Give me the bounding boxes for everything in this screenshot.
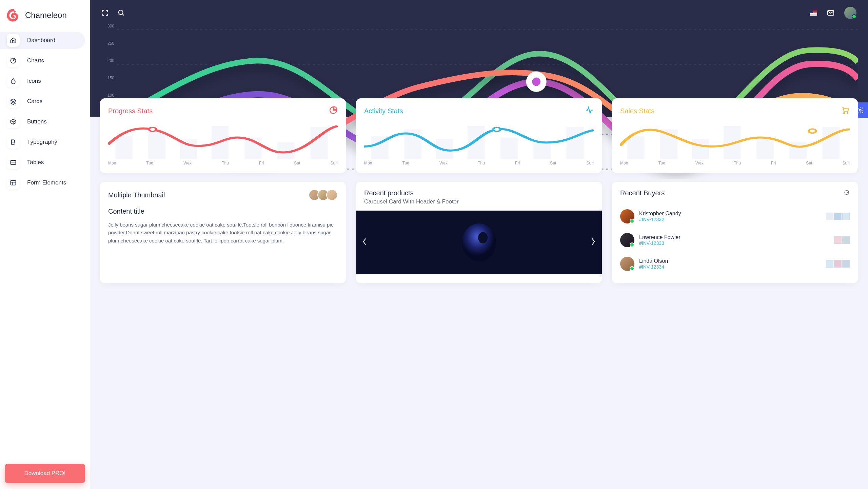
- card-title: Recent products: [364, 189, 594, 197]
- svg-rect-29: [500, 138, 518, 159]
- search-icon[interactable]: [118, 9, 125, 17]
- svg-point-34: [847, 113, 848, 114]
- y-tick: 300: [106, 24, 114, 28]
- day-label: Wex: [695, 161, 704, 165]
- fullscreen-icon[interactable]: [101, 9, 109, 17]
- cart-icon: [841, 106, 850, 116]
- buyer-invoice: #INV-12333: [639, 240, 680, 246]
- svg-line-8: [122, 14, 124, 16]
- download-pro-button[interactable]: Download PRO!: [5, 464, 85, 483]
- main: 300 250 200 150 100: [90, 0, 868, 489]
- mini-chart: [108, 122, 338, 159]
- svg-point-7: [119, 10, 123, 15]
- content-body: Jelly beans sugar plum cheesecake cookie…: [108, 221, 338, 244]
- svg-rect-35: [627, 136, 645, 159]
- sidebar-item-buttons[interactable]: Buttons: [5, 113, 85, 130]
- card-subtitle: Carousel Card With Header & Footer: [364, 198, 594, 205]
- mail-icon[interactable]: [827, 9, 835, 17]
- buyer-row[interactable]: Linda Olson #INV-12334: [620, 252, 850, 276]
- day-label: Tue: [146, 161, 153, 165]
- day-label: Sat: [550, 161, 556, 165]
- multiple-thumbnail-card: Multiple Thumbnail Content title Jelly b…: [100, 182, 346, 283]
- day-label: Sun: [843, 161, 850, 165]
- layers-icon: [7, 95, 20, 108]
- buyer-name: Linda Olson: [639, 258, 668, 264]
- avatar: [620, 233, 634, 247]
- buyer-thumbs: [826, 213, 850, 220]
- content-title: Content title: [108, 208, 338, 215]
- product-carousel[interactable]: [356, 211, 602, 274]
- layout-icon: [7, 176, 20, 189]
- day-label: Wex: [439, 161, 448, 165]
- svg-point-16: [532, 78, 540, 86]
- nav: Dashboard Charts Icons Cards Buttons Typ…: [0, 32, 90, 191]
- droplet-icon: [7, 75, 20, 87]
- svg-point-0: [14, 11, 16, 13]
- avatar[interactable]: [326, 189, 338, 201]
- recent-products-card: Recent products Carousel Card With Heade…: [356, 182, 602, 283]
- sidebar-label: Charts: [27, 53, 44, 69]
- card-title: Multiple Thumbnail: [108, 191, 165, 199]
- svg-rect-4: [11, 180, 16, 185]
- y-tick: 100: [106, 93, 114, 98]
- svg-rect-17: [115, 136, 133, 159]
- sidebar-label: Tables: [27, 154, 44, 171]
- svg-rect-30: [533, 142, 551, 159]
- sidebar-item-charts[interactable]: Charts: [5, 52, 85, 69]
- day-label: Fri: [259, 161, 264, 165]
- sidebar-label: Cards: [27, 93, 42, 110]
- sidebar-item-icons[interactable]: Icons: [5, 73, 85, 90]
- pie-chart-icon: [7, 54, 20, 67]
- bold-icon: [7, 136, 20, 149]
- flag-us-icon[interactable]: [810, 11, 817, 16]
- user-avatar[interactable]: [844, 7, 856, 19]
- svg-rect-18: [148, 130, 165, 159]
- sales-stats-card: Sales Stats Mon Tue Wex: [612, 98, 858, 173]
- card-title: Sales Stats: [620, 107, 654, 115]
- buyer-row[interactable]: Kristopher Candy #INV-12332: [620, 204, 850, 228]
- buyer-invoice: #INV-12334: [639, 264, 668, 270]
- sidebar-item-cards[interactable]: Cards: [5, 93, 85, 110]
- sidebar-label: Buttons: [27, 114, 47, 130]
- sidebar-item-tables[interactable]: Tables: [5, 154, 85, 171]
- buyer-row[interactable]: Lawrence Fowler #INV-12333: [620, 228, 850, 252]
- card-title: Recent Buyers: [620, 189, 665, 197]
- home-icon: [7, 34, 20, 47]
- svg-point-42: [809, 129, 816, 133]
- chevron-left-icon[interactable]: [362, 238, 367, 247]
- day-label: Wex: [183, 161, 192, 165]
- day-label: Sat: [294, 161, 300, 165]
- sidebar-label: Icons: [27, 73, 41, 89]
- day-label: Tue: [402, 161, 409, 165]
- day-label: Fri: [771, 161, 776, 165]
- day-label: Sun: [331, 161, 338, 165]
- day-label: Mon: [364, 161, 372, 165]
- recent-buyers-card: Recent Buyers Kristopher Candy #INV-1233…: [612, 182, 858, 283]
- y-tick: 250: [106, 41, 114, 46]
- buyer-invoice: #INV-12332: [639, 217, 681, 222]
- table-icon: [7, 156, 20, 169]
- svg-rect-31: [567, 127, 584, 159]
- sidebar-item-dashboard[interactable]: Dashboard: [0, 32, 85, 49]
- refresh-icon[interactable]: [844, 190, 850, 197]
- svg-rect-39: [756, 138, 774, 159]
- mini-chart: [364, 122, 594, 159]
- svg-point-44: [478, 232, 488, 243]
- buyer-thumbs: [834, 236, 850, 244]
- avatar: [620, 257, 634, 271]
- activity-stats-card: Activity Stats Mon Tue Wex: [356, 98, 602, 173]
- day-label: Tue: [658, 161, 665, 165]
- hero-chart-y-axis: 300 250 200 150 100: [106, 24, 114, 98]
- box-icon: [7, 115, 20, 128]
- svg-rect-37: [692, 139, 709, 159]
- day-label: Thu: [734, 161, 741, 165]
- day-label: Thu: [478, 161, 485, 165]
- sidebar-item-form-elements[interactable]: Form Elements: [5, 174, 85, 191]
- sidebar-item-typography[interactable]: Typography: [5, 134, 85, 151]
- sidebar-label: Typography: [27, 134, 57, 150]
- buyer-name: Lawrence Fowler: [639, 234, 680, 240]
- chevron-right-icon[interactable]: [591, 238, 596, 247]
- pie-chart-icon: [329, 106, 338, 116]
- svg-point-24: [149, 128, 156, 132]
- sidebar-label: Dashboard: [27, 32, 55, 48]
